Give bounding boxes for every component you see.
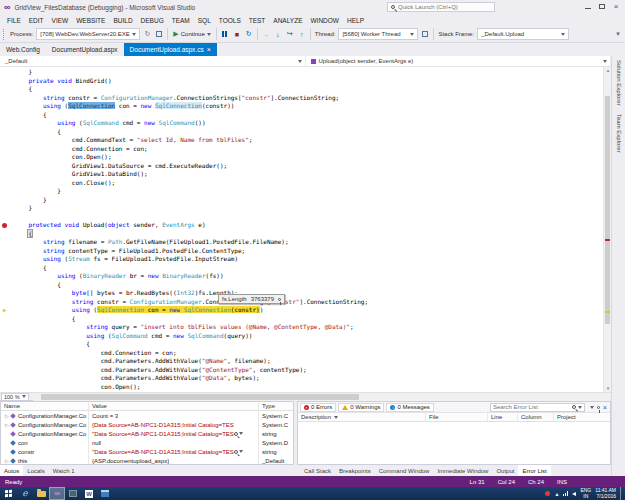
autos-column-value[interactable]: Value bbox=[89, 402, 259, 410]
code-line[interactable]: con.Open(); bbox=[0, 153, 603, 162]
code-line[interactable]: } bbox=[0, 204, 603, 213]
doc-tab-documentupload-aspx-cs[interactable]: DocumentUpload.aspx.cs× bbox=[124, 43, 217, 56]
code-line[interactable]: con.Close(); bbox=[0, 179, 603, 188]
error-column-project[interactable]: Project bbox=[554, 413, 610, 421]
restart-icon[interactable]: ↻ bbox=[244, 28, 254, 40]
menu-tools[interactable]: TOOLS bbox=[215, 16, 245, 25]
code-line[interactable]: { bbox=[0, 264, 603, 273]
code-line[interactable]: { bbox=[0, 128, 603, 137]
errors-filter-button[interactable]: × 0 Errors bbox=[300, 403, 336, 412]
stack-frame-dropdown[interactable]: _Default.Upload bbox=[477, 28, 569, 40]
autos-row-configurationmanager-co[interactable]: ConfigurationManager.Co"Data Source=AB-N… bbox=[1, 429, 293, 438]
breakpoint-icon[interactable] bbox=[2, 223, 7, 228]
code-line[interactable]: ▶ using (SqlConnection con = new SqlConn… bbox=[0, 306, 603, 315]
member-dropdown[interactable]: Upload(object sender, EventArgs e) bbox=[306, 56, 612, 66]
autos-row-con[interactable]: connullSystem.D bbox=[1, 438, 293, 447]
thread-dropdown[interactable]: [5680] Worker Thread bbox=[338, 28, 418, 40]
type-dropdown[interactable]: _Default bbox=[0, 56, 306, 66]
code-line[interactable]: { bbox=[0, 230, 603, 239]
code-line[interactable]: GridView1.DataBind(); bbox=[0, 170, 603, 179]
autos-column-type[interactable]: Type bbox=[259, 402, 293, 410]
sql-tool-icon[interactable] bbox=[97, 487, 113, 500]
code-line[interactable]: GridView1.DataSource = cmd.ExecuteReader… bbox=[0, 162, 603, 171]
word-icon[interactable]: W bbox=[81, 487, 97, 500]
maximize-button[interactable] bbox=[595, 1, 609, 12]
menu-window[interactable]: WINDOW bbox=[306, 16, 343, 25]
code-line[interactable]: } bbox=[0, 187, 603, 196]
panel-tab-command-window[interactable]: Command Window bbox=[375, 465, 434, 476]
menu-build[interactable]: BUILD bbox=[109, 16, 136, 25]
show-desktop-button[interactable] bbox=[620, 487, 623, 500]
show-next-statement-icon[interactable]: → bbox=[261, 28, 271, 40]
code-line[interactable]: protected void Upload(object sender, Eve… bbox=[0, 221, 603, 230]
doc-tab-documentupload-aspx[interactable]: DocumentUpload.aspx bbox=[46, 43, 124, 56]
close-button[interactable]: × bbox=[609, 1, 623, 12]
panel-tab-breakpoints[interactable]: Breakpoints bbox=[335, 465, 375, 476]
code-line[interactable]: cmd.Parameters.AddWithValue("@Name", fil… bbox=[0, 357, 603, 366]
menu-view[interactable]: VIEW bbox=[48, 16, 73, 25]
quick-launch-input[interactable] bbox=[398, 4, 491, 10]
code-line[interactable]: } bbox=[0, 196, 603, 205]
scroll-up-icon[interactable]: ▴ bbox=[604, 67, 611, 74]
toolbar-grip[interactable] bbox=[3, 29, 6, 40]
autos-row-configurationmanager-co[interactable]: ▷ConfigurationManager.Co{Data Source=AB-… bbox=[1, 420, 293, 429]
panel-tab-watch-1[interactable]: Watch 1 bbox=[49, 465, 79, 476]
stop-debugging-icon[interactable]: ■ bbox=[232, 28, 242, 40]
panel-tab-output[interactable]: Output bbox=[492, 465, 518, 476]
network-icon[interactable] bbox=[563, 491, 568, 496]
pin-icon[interactable] bbox=[278, 298, 281, 301]
toolbar-overflow-icon[interactable]: ▾ bbox=[613, 28, 623, 40]
code-line[interactable]: } bbox=[0, 68, 603, 77]
step-over-icon[interactable]: ↪ bbox=[285, 28, 295, 40]
warnings-filter-button[interactable]: 0 Warnings bbox=[338, 403, 384, 412]
autos-column-name[interactable]: Name bbox=[1, 402, 89, 410]
side-tab-solution-explorer[interactable]: Solution Explorer bbox=[616, 60, 622, 106]
code-line[interactable]: cmd.Parameters.AddWithValue("@Data", byt… bbox=[0, 374, 603, 383]
magnifier-icon[interactable] bbox=[234, 450, 238, 454]
code-line[interactable]: using (Stream fs = FileUpload1.PostedFil… bbox=[0, 255, 603, 264]
minimize-button[interactable] bbox=[581, 1, 595, 12]
continue-button[interactable]: ▶ Continue bbox=[171, 30, 212, 38]
code-line[interactable]: using (BinaryReader br = new BinaryReade… bbox=[0, 272, 603, 281]
recording-icon[interactable] bbox=[545, 491, 550, 496]
code-line[interactable]: string constr = ConfigurationManager.Con… bbox=[0, 298, 603, 307]
doc-tab-web-config[interactable]: Web.Config bbox=[0, 43, 46, 56]
code-line[interactable]: private void BindGrid() bbox=[0, 77, 603, 86]
panel-tab-immediate-window[interactable]: Immediate Window bbox=[433, 465, 492, 476]
file-explorer-icon[interactable] bbox=[33, 487, 49, 500]
process-dropdown[interactable]: [708] WebDev.WebServer20.EXE bbox=[36, 28, 140, 40]
pin-icon[interactable] bbox=[597, 406, 600, 409]
code-line[interactable]: { bbox=[0, 340, 603, 349]
autos-row-configurationmanager-co[interactable]: ▷ConfigurationManager.CoCount = 3System.… bbox=[1, 411, 293, 420]
error-list-search-input[interactable] bbox=[493, 404, 570, 410]
autos-row-constr[interactable]: constr"Data Source=AB-NPC1-D1A315;Initia… bbox=[1, 447, 293, 456]
step-out-icon[interactable]: ↑ bbox=[297, 28, 307, 40]
error-list-body[interactable] bbox=[298, 422, 610, 464]
code-line[interactable]: using (SqlConnection con = new SqlConnec… bbox=[0, 102, 603, 111]
vertical-scrollbar-thumb[interactable] bbox=[605, 96, 610, 324]
error-column-description[interactable]: Description bbox=[298, 413, 426, 421]
clock[interactable]: 11:41 AM 7/1/2016 bbox=[595, 488, 616, 500]
visualizer-dropdown-icon[interactable] bbox=[239, 450, 243, 453]
attach-process-icon[interactable] bbox=[154, 28, 164, 40]
magnifier-icon[interactable] bbox=[234, 432, 238, 436]
code-line[interactable]: { bbox=[0, 315, 603, 324]
step-into-icon[interactable]: ↓ bbox=[273, 28, 283, 40]
code-line[interactable]: cmd.Connection = con; bbox=[0, 145, 603, 154]
code-editor[interactable]: } private void BindGrid() { string const… bbox=[0, 67, 611, 392]
quick-launch-box[interactable] bbox=[387, 2, 495, 12]
close-panel-icon[interactable]: × bbox=[603, 404, 607, 411]
horizontal-scrollbar[interactable] bbox=[33, 393, 611, 401]
code-line[interactable]: con.Open(); bbox=[0, 383, 603, 392]
panel-options-icon[interactable] bbox=[590, 406, 594, 409]
code-line[interactable]: cmd.Connection = con; bbox=[0, 349, 603, 358]
code-line[interactable]: string constr = ConfigurationManager.Con… bbox=[0, 94, 603, 103]
start-button[interactable] bbox=[0, 487, 17, 500]
code-line[interactable]: string filename = Path.GetFileName(FileU… bbox=[0, 238, 603, 247]
messages-filter-button[interactable]: i 0 Messages bbox=[386, 403, 433, 412]
menu-website[interactable]: WEBSITE bbox=[72, 16, 109, 25]
panel-tab-error-list[interactable]: Error List bbox=[518, 465, 550, 476]
tray-expand-icon[interactable]: ▲ bbox=[554, 491, 559, 497]
menu-team[interactable]: TEAM bbox=[168, 16, 194, 25]
internet-explorer-icon[interactable]: e bbox=[17, 487, 33, 500]
